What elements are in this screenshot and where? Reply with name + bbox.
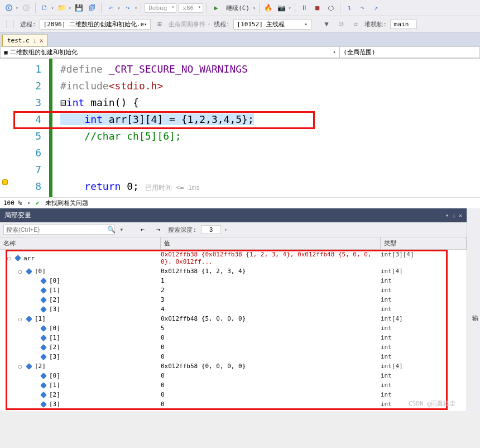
expand-icon[interactable] <box>31 354 38 360</box>
expand-icon[interactable] <box>31 307 38 312</box>
config-combo[interactable]: Debug <box>145 3 176 13</box>
undo-icon[interactable]: ↶ <box>105 2 116 13</box>
table-row[interactable]: [0]5int <box>0 323 467 333</box>
depth-input[interactable] <box>201 225 221 234</box>
pause-icon[interactable]: ⏸ <box>299 2 310 13</box>
saveall-icon[interactable]: 🗐 <box>87 2 98 13</box>
module-icon: ▣ <box>4 49 8 56</box>
breakpoint-icon[interactable] <box>2 179 8 185</box>
stop-icon[interactable]: ■ <box>312 2 323 13</box>
step-over-icon[interactable]: ↷ <box>357 2 368 13</box>
table-row[interactable]: [1]2int <box>0 285 467 295</box>
expand-icon[interactable]: ▢ <box>17 316 23 322</box>
var-name: [0] <box>49 277 60 284</box>
side-panel-out[interactable]: 输 <box>467 208 480 411</box>
restart-icon[interactable]: ⭯ <box>325 2 337 13</box>
panel-close-icon[interactable]: ✕ <box>459 212 462 218</box>
table-row[interactable]: ▢arr0x012ffb38 {0x012ffb38 {1, 2, 3, 4},… <box>0 250 467 266</box>
table-row[interactable]: ▢[1]0x012ffb48 {5, 0, 0, 0}int[4] <box>0 314 467 323</box>
code-line[interactable] <box>60 145 480 161</box>
svg-point-1 <box>23 5 30 11</box>
col-name[interactable]: 名称 <box>0 237 161 249</box>
new-icon[interactable]: 🗋 <box>39 2 50 13</box>
table-row[interactable]: ▢[2]0x012ffb58 {0, 0, 0, 0}int[4] <box>0 361 467 371</box>
thread-combo[interactable]: [10152] 主线程▾ <box>233 19 311 30</box>
expand-icon[interactable] <box>31 392 38 398</box>
screenshot-icon[interactable]: 📷 <box>276 2 287 13</box>
grip-icon[interactable]: ⋮⋮ <box>3 20 17 28</box>
expand-icon[interactable]: ▢ <box>6 255 12 261</box>
continue-button[interactable]: 继续(C) <box>224 4 252 12</box>
table-row[interactable]: [1]0int <box>0 380 467 390</box>
expand-icon[interactable]: ▢ <box>17 364 23 369</box>
nav-back-icon[interactable] <box>3 2 15 13</box>
table-row[interactable]: [3]0int <box>0 399 467 409</box>
expand-icon[interactable] <box>31 326 38 331</box>
expand-icon[interactable] <box>31 402 38 407</box>
table-row[interactable]: [1]0int <box>0 333 467 342</box>
ok-icon: ✔ <box>36 199 40 207</box>
panel-menu-icon[interactable]: ▾ <box>445 212 449 218</box>
col-value[interactable]: 值 <box>161 237 381 249</box>
expand-icon[interactable] <box>31 278 38 284</box>
code-editor[interactable]: 12345678 #define _CRT_SECURE_NO_WARNINGS… <box>0 59 480 197</box>
panel-pin-icon[interactable]: ⟂ <box>452 212 455 218</box>
open-icon[interactable]: 📁 <box>56 2 68 13</box>
code-line[interactable]: #define _CRT_SECURE_NO_WARNINGS <box>60 61 480 78</box>
close-icon[interactable]: ✕ <box>40 37 44 44</box>
nav-fwd-icon[interactable] <box>21 2 32 13</box>
stack-combo[interactable]: main <box>390 20 417 29</box>
save-icon[interactable]: 💾 <box>73 2 84 13</box>
process-combo[interactable]: [2896] 二维数组的创建和初始化.e▾ <box>40 19 151 30</box>
search-input[interactable] <box>3 225 115 235</box>
col-type[interactable]: 类型 <box>381 237 467 249</box>
hot-reload-icon[interactable]: 🔥 <box>263 2 274 13</box>
code-line[interactable]: //char ch[5][6]; <box>60 128 480 145</box>
expand-icon[interactable]: ▢ <box>17 269 23 274</box>
var-type: int <box>381 382 467 389</box>
member-combo[interactable]: (全局范围) <box>339 46 480 58</box>
code-line[interactable] <box>60 161 480 178</box>
sync-icon[interactable]: ⇄ <box>350 18 361 30</box>
code-line[interactable]: #include<stdio.h> <box>60 78 480 94</box>
filter-icon[interactable]: ▼ <box>321 18 332 30</box>
table-row[interactable]: [2]0int <box>0 342 467 352</box>
step-into-icon[interactable]: ↴ <box>344 2 355 13</box>
var-icon <box>26 268 32 275</box>
expand-icon[interactable] <box>31 345 38 350</box>
step-out-icon[interactable]: ↗ <box>371 2 382 13</box>
continue-icon[interactable]: ▶ <box>210 2 222 13</box>
depth-dropdown-icon[interactable]: ▾ <box>224 227 227 232</box>
expand-icon[interactable] <box>31 297 38 303</box>
expand-icon[interactable] <box>31 383 38 388</box>
table-row[interactable]: [0]1int <box>0 276 467 285</box>
lifecycle-icon[interactable]: ⊞ <box>154 18 165 30</box>
threads-icon[interactable]: ⧉ <box>335 18 347 30</box>
expand-icon[interactable] <box>31 373 38 379</box>
var-icon <box>40 392 47 398</box>
code-area[interactable]: #define _CRT_SECURE_NO_WARNINGS#include<… <box>52 59 480 197</box>
redo-icon[interactable]: ↷ <box>122 2 133 13</box>
search-icon[interactable]: 🔍 ▾ <box>107 226 123 233</box>
tab-test-c[interactable]: test.c ⟂ ✕ <box>2 35 48 46</box>
code-line[interactable]: int arr[3][4] = {1,2,3,4,5}; <box>60 111 480 128</box>
pin-icon[interactable]: ⟂ <box>33 37 36 44</box>
code-line[interactable]: return 0; 已用时间 <= 1ms <box>60 178 480 195</box>
zoom-level[interactable]: 100 % <box>3 199 22 207</box>
code-line[interactable]: ⊟int main() { <box>60 94 480 111</box>
table-row[interactable]: ▢[0]0x012ffb38 {1, 2, 3, 4}int[4] <box>0 266 467 276</box>
editor-status: 100 % ▾ ✔ 未找到相关问题 <box>0 197 480 208</box>
expand-icon[interactable] <box>31 288 38 293</box>
dropdown-icon[interactable]: ▾ <box>16 6 18 11</box>
table-row[interactable]: [3]0int <box>0 352 467 361</box>
var-value: 0x012ffb58 {0, 0, 0, 0} <box>161 363 381 370</box>
platform-combo[interactable]: x86 <box>179 3 203 13</box>
scope-combo[interactable]: ▣ 二维数组的创建和初始化 ▾ <box>0 46 339 58</box>
table-row[interactable]: [2]3int <box>0 295 467 304</box>
table-row[interactable]: [2]0int <box>0 390 467 399</box>
next-icon[interactable]: → <box>152 224 164 235</box>
prev-icon[interactable]: ← <box>137 224 148 235</box>
table-row[interactable]: [3]4int <box>0 304 467 314</box>
expand-icon[interactable] <box>31 335 38 341</box>
table-row[interactable]: [0]0int <box>0 371 467 380</box>
